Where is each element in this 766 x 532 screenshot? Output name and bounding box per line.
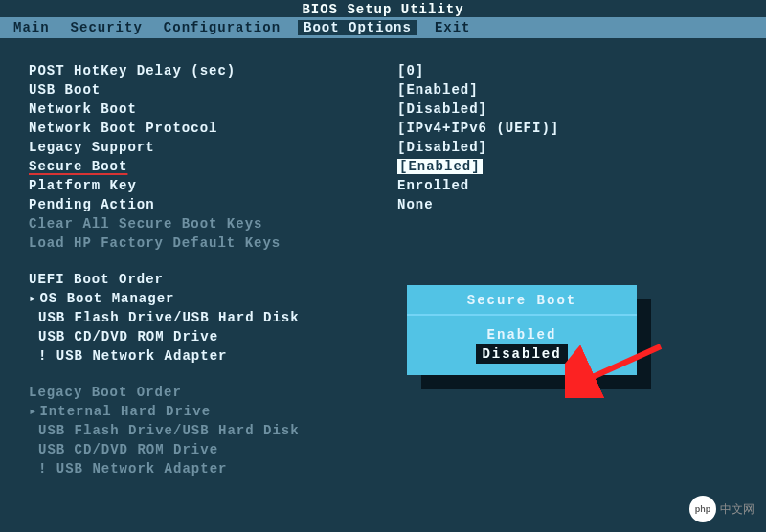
legacy-boot-item: ! USB Network Adapter <box>29 459 739 478</box>
legacy-boot-item: Internal Hard Drive <box>29 402 739 421</box>
setting-label: Platform Key <box>29 176 397 195</box>
setting-label: Secure Boot <box>29 157 397 176</box>
setting-label: Network Boot <box>29 100 397 119</box>
setting-load-hp-factory-keys: Load HP Factory Default Keys <box>29 233 739 253</box>
setting-usb-boot[interactable]: USB Boot [Enabled] <box>29 80 739 100</box>
setting-value: [Enabled] <box>397 159 483 174</box>
setting-clear-secure-boot-keys: Clear All Secure Boot Keys <box>29 214 739 233</box>
menu-security[interactable]: Security <box>67 20 146 35</box>
setting-network-boot[interactable]: Network Boot [Disabled] <box>29 100 739 119</box>
setting-value: [Disabled] <box>397 100 739 119</box>
setting-value: [Enabled] <box>397 80 739 100</box>
popup-title: Secure Boot <box>407 285 637 316</box>
popup-option-enabled[interactable]: Enabled <box>407 325 637 344</box>
popup-options: Enabled Disabled <box>407 316 637 375</box>
setting-value: None <box>397 195 739 214</box>
setting-label: USB Boot <box>29 80 397 100</box>
secure-boot-popup: Secure Boot Enabled Disabled <box>407 285 637 375</box>
setting-label: Pending Action <box>29 195 397 214</box>
watermark-text: 中文网 <box>720 501 755 518</box>
setting-network-boot-protocol[interactable]: Network Boot Protocol [IPv4+IPv6 (UEFI)] <box>29 119 739 138</box>
bios-title: BIOS Setup Utility <box>0 0 766 17</box>
setting-label: Load HP Factory Default Keys <box>29 233 397 253</box>
setting-label: Legacy Support <box>29 138 397 157</box>
setting-value: [0] <box>397 61 739 80</box>
menu-main[interactable]: Main <box>10 20 54 35</box>
setting-label: Clear All Secure Boot Keys <box>29 214 397 233</box>
popup-option-disabled[interactable]: Disabled <box>476 344 567 364</box>
legacy-boot-item: USB CD/DVD ROM Drive <box>29 440 739 459</box>
setting-label: Network Boot Protocol <box>29 119 397 138</box>
setting-label: POST HotKey Delay (sec) <box>29 61 397 80</box>
setting-value: Enrolled <box>397 176 739 195</box>
setting-secure-boot[interactable]: Secure Boot [Enabled] <box>29 157 739 176</box>
menu-bar: Main Security Configuration Boot Options… <box>0 17 766 38</box>
watermark-logo-icon: php <box>689 496 716 522</box>
setting-value: [Disabled] <box>397 138 739 157</box>
setting-value: [IPv4+IPv6 (UEFI)] <box>397 119 739 138</box>
setting-pending-action[interactable]: Pending Action None <box>29 195 739 214</box>
legacy-boot-item: USB Flash Drive/USB Hard Disk <box>29 421 739 440</box>
menu-exit[interactable]: Exit <box>431 20 475 35</box>
watermark: php 中文网 <box>689 496 755 522</box>
setting-platform-key[interactable]: Platform Key Enrolled <box>29 176 739 195</box>
setting-legacy-support[interactable]: Legacy Support [Disabled] <box>29 138 739 157</box>
menu-boot-options[interactable]: Boot Options <box>298 20 417 35</box>
menu-configuration[interactable]: Configuration <box>160 20 284 35</box>
setting-post-hotkey-delay[interactable]: POST HotKey Delay (sec) [0] <box>29 61 739 80</box>
content-area: POST HotKey Delay (sec) [0] USB Boot [En… <box>0 38 766 478</box>
